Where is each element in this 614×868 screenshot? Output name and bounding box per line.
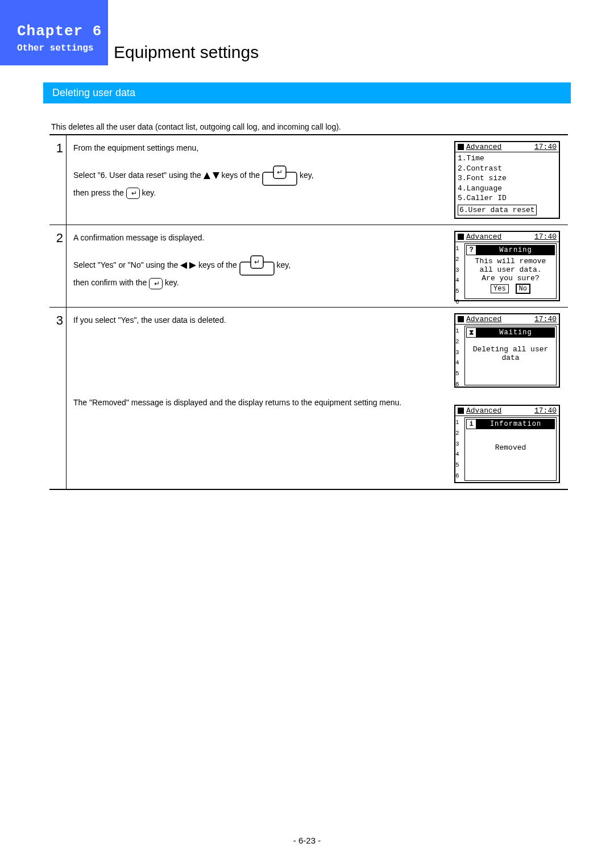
step-text: Select "6. User data reset" using the ke…: [73, 165, 447, 186]
lcd-header: Advanced 17:40: [455, 232, 559, 242]
svg-text:↵: ↵: [254, 258, 260, 266]
enter-key-icon: [149, 278, 163, 289]
step-text: If you select "Yes", the user data is de…: [73, 313, 447, 327]
lcd-body: 1.Time 2.Contrast 3.Font size 4.Language…: [455, 152, 559, 218]
dialog-text: This will remove: [466, 257, 555, 265]
no-button: No: [516, 284, 530, 294]
hourglass-icon: ⧗: [466, 327, 476, 338]
dialog-title: Waiting: [476, 327, 555, 338]
step-text: From the equipment settings menu,: [73, 141, 447, 155]
dpad-key-icon: ↵: [262, 165, 297, 186]
square-icon: [458, 144, 464, 150]
dialog-text: data: [466, 354, 555, 362]
step-number: 1: [49, 135, 67, 225]
step-row: 2 A confirmation message is displayed. S…: [49, 225, 568, 308]
lcd-screen-menu: Advanced 17:40 1.Time 2.Contrast 3.Font …: [454, 141, 560, 219]
steps-table: 1 From the equipment settings menu, Sele…: [49, 135, 568, 490]
lcd-header: Advanced 17:40: [455, 142, 559, 152]
lcd-screen-information: Advanced 17:40 1 2 3 4 5 6 i Information…: [454, 405, 560, 483]
step-row: 3 If you select "Yes", the user data is …: [49, 308, 568, 490]
lcd-background-digits: 1 2 3 4 5 6: [455, 326, 459, 389]
lcd-time: 17:40: [534, 406, 557, 415]
step-number: 2: [49, 225, 67, 307]
square-icon: [458, 316, 464, 322]
up-arrow-icon: [204, 172, 210, 179]
lcd-dialog: i Information Removed: [464, 417, 557, 481]
dialog-text: Deleting all user: [466, 345, 555, 354]
step-body: From the equipment settings menu, Select…: [67, 135, 454, 225]
lcd-screen-warning: Advanced 17:40 1 2 3 4 5 6 ? Warning Thi…: [454, 231, 560, 301]
section-heading: Deleting user data: [43, 82, 571, 103]
lcd-time: 17:40: [534, 315, 557, 323]
lcd-screen-waiting: Advanced 17:40 1 2 3 4 5 6 ⧗ Waiting Del…: [454, 313, 560, 388]
menu-item: 4.Language: [458, 184, 557, 194]
question-icon: ?: [466, 245, 476, 255]
step-screens: Advanced 17:40 1 2 3 4 5 6 ⧗ Waiting Del…: [454, 308, 568, 489]
lcd-background-digits: 1 2 3 4 5 6: [455, 243, 459, 307]
dialog-text: Removed: [466, 443, 555, 452]
step-number: 3: [49, 308, 67, 489]
dialog-title: Information: [476, 419, 555, 429]
svg-text:↵: ↵: [277, 168, 283, 176]
chapter-header: Chapter 6 Other settings: [0, 0, 108, 65]
page-title: Equipment settings: [114, 43, 259, 62]
step-text: Select "Yes" or "No" using the keys of t…: [73, 255, 447, 276]
page-number: - 6-23 -: [0, 836, 614, 845]
lcd-dialog: ⧗ Waiting Deleting all user data: [464, 326, 557, 385]
dialog-text: Are you sure?: [466, 274, 555, 283]
chapter-title: Chapter 6: [17, 23, 102, 40]
step-text: A confirmation message is displayed.: [73, 231, 447, 245]
lcd-background-digits: 1 2 3 4 5 6: [455, 417, 459, 481]
step-body: If you select "Yes", the user data is de…: [67, 308, 454, 489]
square-icon: [458, 408, 464, 414]
menu-item: 3.Font size: [458, 173, 557, 184]
dpad-key-icon: ↵: [239, 255, 275, 276]
yes-button: Yes: [491, 284, 509, 293]
menu-item: 2.Contrast: [458, 164, 557, 174]
lcd-dialog: ? Warning This will remove all user data…: [464, 243, 557, 299]
lcd-header: Advanced 17:40: [455, 406, 559, 416]
menu-item: 1.Time: [458, 153, 557, 164]
lcd-time: 17:40: [534, 232, 557, 241]
menu-item-selected: 6.User data reset: [458, 205, 537, 216]
info-icon: i: [466, 419, 476, 429]
step-row: 1 From the equipment settings menu, Sele…: [49, 135, 568, 225]
step-text: then press the key.: [73, 186, 447, 200]
down-arrow-icon: [213, 172, 219, 179]
enter-key-icon: [126, 188, 140, 199]
chapter-subtitle: Other settings: [17, 43, 102, 53]
step-text: The "Removed" message is displayed and t…: [73, 396, 447, 410]
dialog-title: Warning: [476, 245, 555, 255]
step-screens: Advanced 17:40 1 2 3 4 5 6 ? Warning Thi…: [454, 225, 568, 307]
right-arrow-icon: [189, 262, 196, 269]
menu-item: 5.Caller ID: [458, 193, 557, 203]
step-body: A confirmation message is displayed. Sel…: [67, 225, 454, 307]
step-text: then confirm with the key.: [73, 276, 447, 290]
lcd-time: 17:40: [534, 143, 557, 151]
square-icon: [458, 234, 464, 240]
left-arrow-icon: [180, 262, 187, 269]
step-screens: Advanced 17:40 1.Time 2.Contrast 3.Font …: [454, 135, 568, 225]
dialog-text: all user data.: [466, 265, 555, 274]
intro-text: This deletes all the user data (contact …: [51, 122, 569, 131]
lcd-header: Advanced 17:40: [455, 314, 559, 325]
